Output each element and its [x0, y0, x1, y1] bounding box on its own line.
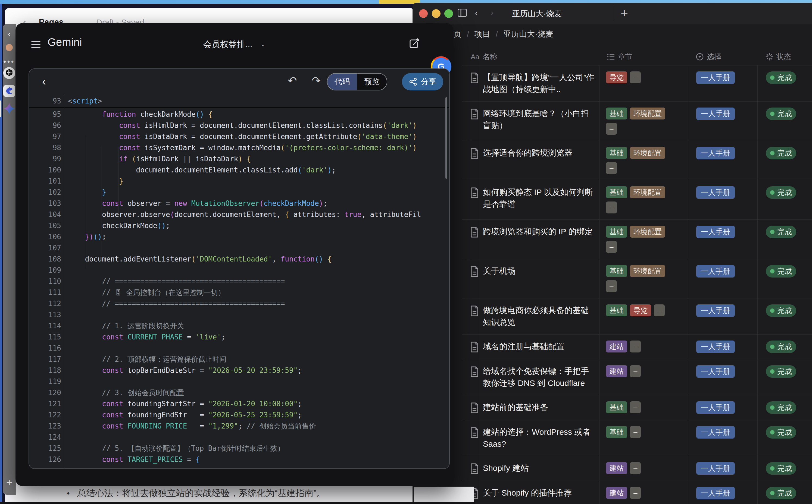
select-pill[interactable]: 一人手册 [696, 147, 735, 159]
cell-status[interactable]: 完成 [757, 180, 812, 219]
cell-name[interactable]: Shopify 建站 [462, 456, 599, 481]
row-title[interactable]: 如何购买静态 IP 以及如何判断是否靠谱 [483, 186, 594, 213]
chapter-tag[interactable]: – [630, 487, 641, 499]
compose-icon[interactable] [408, 38, 420, 49]
status-pill[interactable]: 完成 [766, 265, 796, 278]
chapter-tag[interactable]: – [630, 341, 641, 352]
table-row[interactable]: 如何购买静态 IP 以及如何判断是否靠谱基础环境配置–一人手册完成 [462, 180, 812, 219]
select-pill[interactable]: 一人手册 [696, 462, 735, 475]
table-row[interactable]: 跨境浏览器和购买的 IP 的绑定基础环境配置–一人手册完成 [462, 219, 812, 259]
table-row[interactable]: 【置顶导航】跨境“一人公司”作战地图（持续更新中..导览–一人手册完成 [462, 65, 812, 101]
tab-preview[interactable]: 预览 [357, 74, 387, 90]
table-row[interactable]: 给域名找个免费保镖：手把手教你迁移 DNS 到 Cloudflare建站–一人手… [462, 359, 812, 395]
conversation-title-dropdown[interactable]: 会员权益排... ⌄ [203, 39, 266, 50]
chapter-tag[interactable]: 基础 [606, 147, 627, 159]
cell-select[interactable]: 一人手册 [689, 481, 757, 504]
chapter-tag[interactable]: 环境配置 [630, 186, 665, 198]
chapter-tag[interactable]: – [630, 462, 641, 474]
cell-chapter[interactable]: 基础环境配置– [599, 102, 689, 141]
cell-status[interactable]: 完成 [757, 481, 812, 504]
status-pill[interactable]: 完成 [766, 108, 796, 120]
share-button[interactable]: 分享 [402, 73, 443, 90]
cell-chapter[interactable]: 基础– [599, 395, 689, 420]
cell-status[interactable]: 完成 [757, 359, 812, 395]
cell-select[interactable]: 一人手册 [689, 180, 757, 219]
canvas-back-icon[interactable]: ‹ [42, 75, 46, 88]
table-row[interactable]: 关于 Shopify 的插件推荐建站–一人手册完成 [462, 481, 812, 504]
cell-select[interactable]: 一人手册 [689, 395, 757, 420]
cell-select[interactable]: 一人手册 [689, 259, 757, 298]
status-pill[interactable]: 完成 [766, 401, 796, 414]
browser-back-icon[interactable]: ‹ [475, 8, 478, 17]
status-pill[interactable]: 完成 [766, 226, 796, 238]
chapter-tag[interactable]: 导览 [630, 304, 651, 316]
cell-chapter[interactable]: 建站– [599, 456, 689, 481]
status-pill[interactable]: 完成 [766, 147, 796, 159]
chapter-tag[interactable]: 建站 [606, 462, 627, 474]
status-pill[interactable]: 完成 [766, 71, 796, 84]
cell-select[interactable]: 一人手册 [689, 141, 757, 180]
chapter-tag[interactable]: 基础 [606, 401, 627, 413]
minimize-traffic-light[interactable] [432, 9, 440, 18]
cell-name[interactable]: 域名的注册与基础配置 [462, 335, 599, 359]
chapter-tag[interactable]: 导览 [606, 71, 627, 83]
chapter-tag[interactable]: 基础 [606, 226, 627, 238]
row-title[interactable]: 关于机场 [483, 265, 515, 292]
chapter-tag[interactable]: 环境配置 [630, 265, 665, 277]
chapter-tag[interactable]: 基础 [606, 186, 627, 198]
chapter-tag[interactable]: – [606, 162, 617, 174]
chapter-tag[interactable]: 基础 [606, 265, 627, 277]
row-title[interactable]: 域名的注册与基础配置 [483, 341, 564, 353]
chapter-tag[interactable]: 基础 [606, 426, 627, 438]
select-pill[interactable]: 一人手册 [696, 71, 735, 84]
zoom-traffic-light[interactable] [444, 9, 453, 18]
cell-chapter[interactable]: 基础导览– [599, 298, 689, 334]
pages-scrollbar[interactable] [414, 487, 414, 504]
sidebar-more-icon[interactable]: ••• [3, 58, 16, 66]
chatgpt-icon[interactable] [3, 67, 16, 79]
cell-name[interactable]: 关于 Shopify 的插件推荐 [462, 481, 599, 504]
select-pill[interactable]: 一人手册 [696, 401, 735, 414]
chapter-tag[interactable]: 环境配置 [630, 226, 665, 238]
select-pill[interactable]: 一人手册 [696, 487, 735, 499]
select-pill[interactable]: 一人手册 [696, 341, 735, 353]
cell-select[interactable]: 一人手册 [689, 65, 757, 101]
deepseek-icon[interactable] [3, 85, 16, 97]
cell-chapter[interactable]: 基础– [599, 420, 689, 456]
cell-select[interactable]: 一人手册 [689, 359, 757, 395]
table-row[interactable]: 网络环境到底是啥？（小白扫盲贴）基础环境配置–一人手册完成 [462, 101, 812, 141]
cell-name[interactable]: 【置顶导航】跨境“一人公司”作战地图（持续更新中.. [462, 65, 599, 101]
row-title[interactable]: 【置顶导航】跨境“一人公司”作战地图（持续更新中.. [483, 71, 594, 95]
chapter-tag[interactable]: 环境配置 [630, 108, 665, 119]
column-header-status[interactable]: 状态 [757, 52, 812, 62]
chapter-tag[interactable]: 环境配置 [630, 147, 665, 159]
cell-status[interactable]: 完成 [757, 220, 812, 259]
status-pill[interactable]: 完成 [766, 487, 796, 499]
column-header-name[interactable]: Aa 名称 [462, 52, 599, 62]
cell-chapter[interactable]: 基础环境配置– [599, 220, 689, 259]
cell-name[interactable]: 选择适合你的跨境浏览器 [462, 141, 599, 180]
chapter-tag[interactable]: – [630, 365, 641, 377]
cell-chapter[interactable]: 基础环境配置– [599, 259, 689, 298]
cell-name[interactable]: 跨境浏览器和购买的 IP 的绑定 [462, 220, 599, 259]
cell-select[interactable]: 一人手册 [689, 298, 757, 334]
row-title[interactable]: 建站的选择：WordPress 或者 Saas? [483, 426, 594, 450]
chapter-tag[interactable]: 建站 [606, 487, 627, 499]
chapter-tag[interactable]: – [630, 71, 641, 83]
cell-name[interactable]: 给域名找个免费保镖：手把手教你迁移 DNS 到 Cloudflare [462, 359, 599, 395]
chapter-tag[interactable]: – [606, 201, 617, 213]
cell-status[interactable]: 完成 [757, 259, 812, 298]
new-tab-button[interactable]: + [621, 3, 628, 24]
browser-tab[interactable]: 亚历山大·烧麦 [512, 3, 562, 24]
table-row[interactable]: 域名的注册与基础配置建站–一人手册完成 [462, 334, 812, 359]
gemini-sparkle-icon[interactable] [3, 102, 16, 115]
cell-name[interactable]: 关于机场 [462, 259, 599, 298]
cell-chapter[interactable]: 基础环境配置– [599, 141, 689, 180]
cell-chapter[interactable]: 导览– [599, 65, 689, 101]
row-title[interactable]: 关于 Shopify 的插件推荐 [483, 487, 572, 499]
chapter-tag[interactable]: 建站 [606, 341, 627, 352]
sidebar-toggle-icon[interactable] [458, 9, 467, 17]
cell-status[interactable]: 完成 [757, 65, 812, 101]
cell-chapter[interactable]: 建站– [599, 481, 689, 504]
select-pill[interactable]: 一人手册 [696, 304, 735, 317]
